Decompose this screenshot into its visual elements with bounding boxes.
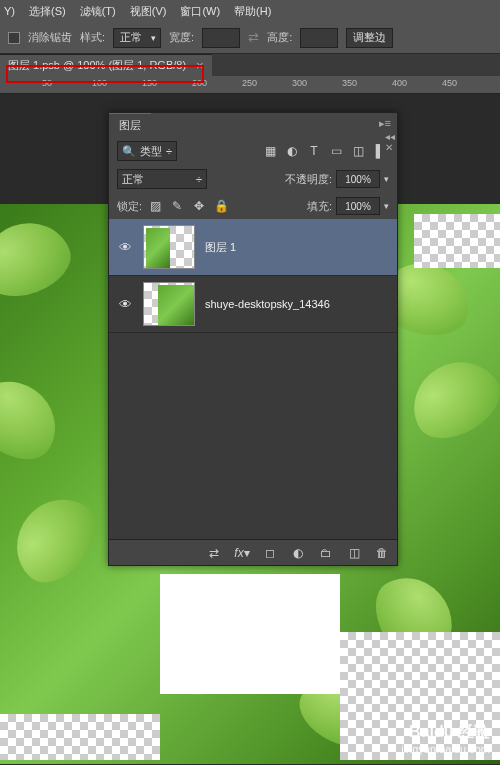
delete-layer-icon[interactable]: 🗑 [373, 544, 391, 562]
antialias-checkbox[interactable] [8, 32, 20, 44]
menu-item[interactable]: 滤镜(T) [80, 4, 116, 19]
filter-type-icon[interactable]: T [305, 142, 323, 160]
layer-name[interactable]: shuye-desktopsky_14346 [205, 298, 330, 310]
swap-dimensions-icon[interactable]: ⇄ [248, 30, 259, 45]
layer-item[interactable]: 👁 图层 1 [109, 219, 397, 276]
lock-transparency-icon[interactable]: ▨ [146, 197, 164, 215]
refine-edge-button[interactable]: 调整边 [346, 28, 393, 48]
filter-shape-icon[interactable]: ▭ [327, 142, 345, 160]
horizontal-ruler[interactable]: 50 100 150 200 250 300 350 400 450 [0, 76, 500, 94]
new-layer-icon[interactable]: ◫ [345, 544, 363, 562]
layer-item[interactable]: 👁 shuye-desktopsky_14346 [109, 276, 397, 333]
ruler-tick: 300 [292, 78, 307, 88]
menu-item[interactable]: Y) [4, 5, 15, 17]
canvas-area[interactable]: ◂◂ ✕ 图层 ▸≡ 🔍 类型 ÷ ▦ ◐ T ▭ ◫ ▌ 正常÷ 不透明度: … [0, 94, 500, 765]
layer-name[interactable]: 图层 1 [205, 240, 236, 255]
panel-tab-layers[interactable]: 图层 [109, 113, 151, 137]
ruler-tick: 200 [192, 78, 207, 88]
close-icon[interactable]: × [196, 58, 204, 73]
ruler-tick: 400 [392, 78, 407, 88]
filter-adjustment-icon[interactable]: ◐ [283, 142, 301, 160]
fill-input[interactable]: 100% [336, 197, 380, 215]
filter-smartobject-icon[interactable]: ◫ [349, 142, 367, 160]
options-bar: 消除锯齿 样式: 正常 宽度: ⇄ 高度: 调整边 [0, 22, 500, 54]
transparent-area [414, 214, 500, 268]
menu-item[interactable]: 视图(V) [130, 4, 167, 19]
ruler-tick: 150 [142, 78, 157, 88]
style-label: 样式: [80, 30, 105, 45]
antialias-label: 消除锯齿 [28, 30, 72, 45]
width-label: 宽度: [169, 30, 194, 45]
link-layers-icon[interactable]: ⇄ [205, 544, 223, 562]
menu-item[interactable]: 帮助(H) [234, 4, 271, 19]
ruler-tick: 250 [242, 78, 257, 88]
blend-opacity-row: 正常÷ 不透明度: 100% ▾ [109, 165, 397, 193]
layer-mask-icon[interactable]: ◻ [261, 544, 279, 562]
fill-label: 填充: [307, 199, 332, 214]
document-tab-label: 图层 1.psb @ 100% (图层 1, RGB/8) [8, 58, 186, 73]
style-select[interactable]: 正常 [113, 28, 161, 48]
visibility-eye-icon[interactable]: 👁 [117, 240, 133, 255]
watermark-brand: Baidu 经验 [401, 722, 490, 743]
menu-item[interactable]: 窗口(W) [180, 4, 220, 19]
ruler-tick: 450 [442, 78, 457, 88]
chevron-down-icon[interactable]: ▾ [384, 174, 389, 184]
blend-mode-select[interactable]: 正常÷ [117, 169, 207, 189]
canvas-smartobject-content [160, 574, 340, 694]
new-group-icon[interactable]: 🗀 [317, 544, 335, 562]
menu-bar: Y) 选择(S) 滤镜(T) 视图(V) 窗口(W) 帮助(H) [0, 0, 500, 22]
panel-collapse-icon[interactable]: ◂◂ ✕ [385, 131, 395, 141]
lock-pixels-icon[interactable]: ✎ [168, 197, 186, 215]
lock-all-icon[interactable]: 🔒 [212, 197, 230, 215]
layer-fx-icon[interactable]: fx▾ [233, 544, 251, 562]
filter-kind-select[interactable]: 🔍 类型 ÷ [117, 141, 177, 161]
opacity-label: 不透明度: [285, 172, 332, 187]
ruler-tick: 350 [342, 78, 357, 88]
height-input[interactable] [300, 28, 338, 48]
width-input[interactable] [202, 28, 240, 48]
ruler-tick: 100 [92, 78, 107, 88]
chevron-down-icon[interactable]: ▾ [384, 201, 389, 211]
lock-position-icon[interactable]: ✥ [190, 197, 208, 215]
watermark-url: jingyan.baidu.com [401, 743, 490, 755]
layer-filter-row: 🔍 类型 ÷ ▦ ◐ T ▭ ◫ ▌ [109, 137, 397, 165]
layer-list: 👁 图层 1 👁 shuye-desktopsky_14346 [109, 219, 397, 539]
layer-thumbnail[interactable] [143, 282, 195, 326]
transparent-area [0, 714, 160, 760]
filter-pixel-icon[interactable]: ▦ [261, 142, 279, 160]
lock-label: 锁定: [117, 199, 142, 214]
height-label: 高度: [267, 30, 292, 45]
document-tab[interactable]: 图层 1.psb @ 100% (图层 1, RGB/8) × [0, 54, 212, 76]
layer-thumbnail[interactable] [143, 225, 195, 269]
layers-panel: ◂◂ ✕ 图层 ▸≡ 🔍 类型 ÷ ▦ ◐ T ▭ ◫ ▌ 正常÷ 不透明度: … [108, 112, 398, 566]
opacity-input[interactable]: 100% [336, 170, 380, 188]
menu-item[interactable]: 选择(S) [29, 4, 66, 19]
watermark: Baidu 经验 jingyan.baidu.com [401, 722, 490, 755]
ruler-tick: 50 [42, 78, 52, 88]
visibility-eye-icon[interactable]: 👁 [117, 297, 133, 312]
adjustment-layer-icon[interactable]: ◐ [289, 544, 307, 562]
document-tab-bar: 图层 1.psb @ 100% (图层 1, RGB/8) × [0, 54, 500, 76]
layers-panel-footer: ⇄ fx▾ ◻ ◐ 🗀 ◫ 🗑 [109, 539, 397, 565]
lock-fill-row: 锁定: ▨ ✎ ✥ 🔒 填充: 100% ▾ [109, 193, 397, 219]
